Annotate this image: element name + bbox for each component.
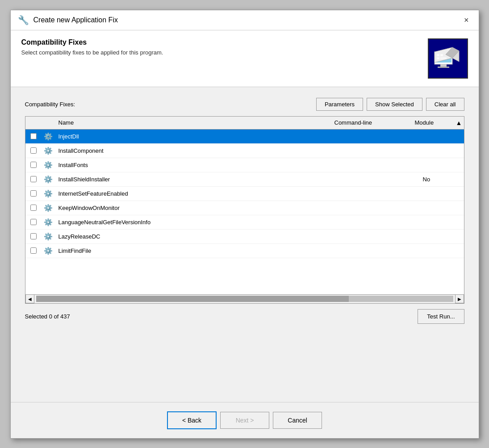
status-row: Selected 0 of 437 Test Run...: [25, 309, 464, 324]
row-name: InternetSetFeatureEnabled: [55, 190, 339, 197]
row-gear-icon: ⚙️: [42, 147, 55, 155]
row-gear-icon: ⚙️: [42, 161, 55, 169]
row-module: No: [419, 176, 464, 183]
table-row[interactable]: ⚙️LazyReleaseDC: [25, 230, 464, 244]
table-row[interactable]: ⚙️InstallComponent: [25, 144, 464, 158]
scroll-thumb[interactable]: [36, 296, 349, 302]
wizard-icon: [432, 43, 464, 74]
row-name: InstallFonts: [55, 162, 339, 168]
header-text: Compatibility Fixes Select compatibility…: [21, 38, 163, 56]
scroll-track[interactable]: [36, 296, 453, 302]
title-icon: 🔧: [18, 15, 29, 25]
table-row[interactable]: ⚙️LanguageNeutralGetFileVersionInfo: [25, 215, 464, 230]
cancel-button[interactable]: Cancel: [273, 412, 322, 429]
row-name: LanguageNeutralGetFileVersionInfo: [55, 219, 339, 226]
row-gear-icon: ⚙️: [42, 204, 55, 212]
next-button[interactable]: Next >: [220, 412, 269, 429]
row-checkbox-cell[interactable]: [25, 205, 42, 211]
header-module-col: Module: [411, 119, 456, 126]
row-checkbox[interactable]: [30, 176, 37, 182]
status-text: Selected 0 of 437: [25, 313, 70, 320]
table-row[interactable]: ⚙️InjectDll: [25, 130, 464, 144]
parameters-button[interactable]: Parameters: [316, 98, 363, 111]
row-gear-icon: ⚙️: [42, 232, 55, 241]
table-row[interactable]: ⚙️KeepWindowOnMonitor: [25, 201, 464, 215]
horiz-scrollbar[interactable]: ◀ ▶: [25, 294, 464, 303]
row-checkbox-cell[interactable]: [25, 190, 42, 197]
row-checkbox-cell[interactable]: [25, 162, 42, 168]
row-name: LazyReleaseDC: [55, 233, 339, 240]
fixes-label: Compatibility Fixes:: [25, 101, 75, 108]
header-image: [428, 38, 468, 79]
row-gear-icon: ⚙️: [42, 175, 55, 184]
page-description: Select compatibility fixes to be applied…: [21, 49, 163, 56]
svg-rect-7: [437, 54, 439, 56]
row-checkbox[interactable]: [30, 247, 37, 254]
row-name: InstallShieldInstaller: [55, 176, 339, 183]
content-section: Compatibility Fixes: Parameters Show Sel…: [11, 87, 479, 402]
row-checkbox[interactable]: [30, 162, 37, 168]
header-cmd-col: Command-line: [331, 119, 411, 126]
scroll-right-button[interactable]: ▶: [455, 294, 464, 303]
svg-rect-8: [440, 54, 443, 56]
dialog-title: Create new Application Fix: [33, 16, 457, 24]
back-button[interactable]: < Back: [167, 411, 217, 429]
row-gear-icon: ⚙️: [42, 247, 55, 255]
table-body: ⚙️InjectDll⚙️InstallComponent⚙️InstallFo…: [25, 130, 464, 294]
table-row[interactable]: ⚙️InstallFonts: [25, 158, 464, 172]
svg-rect-10: [440, 57, 447, 59]
fixes-table: Name Command-line Module ▲ ⚙️InjectDll⚙️…: [25, 116, 464, 304]
row-checkbox[interactable]: [30, 205, 37, 211]
clear-all-button[interactable]: Clear all: [426, 98, 464, 111]
row-checkbox[interactable]: [30, 133, 37, 139]
test-run-button[interactable]: Test Run...: [418, 309, 464, 324]
table-header: Name Command-line Module ▲: [25, 117, 464, 130]
title-bar: 🔧 Create new Application Fix ×: [11, 10, 479, 30]
header-section: Compatibility Fixes Select compatibility…: [11, 30, 479, 87]
footer-section: < Back Next > Cancel: [11, 402, 479, 438]
row-gear-icon: ⚙️: [42, 218, 55, 226]
show-selected-button[interactable]: Show Selected: [367, 98, 422, 111]
row-name: KeepWindowOnMonitor: [55, 205, 339, 211]
header-scroll-col: ▲: [456, 119, 464, 126]
row-checkbox-cell[interactable]: [25, 247, 42, 254]
row-name: LimitFindFile: [55, 247, 339, 254]
dialog: 🔧 Create new Application Fix × Compatibi…: [10, 10, 479, 439]
svg-rect-9: [437, 57, 439, 59]
row-checkbox[interactable]: [30, 219, 37, 225]
svg-rect-3: [438, 67, 449, 68]
page-heading: Compatibility Fixes: [21, 38, 163, 46]
table-row[interactable]: ⚙️InternetSetFeatureEnabled: [25, 187, 464, 201]
table-row[interactable]: ⚙️InstallShieldInstallerNo: [25, 172, 464, 187]
table-row[interactable]: ⚙️LimitFindFile: [25, 244, 464, 258]
scroll-left-button[interactable]: ◀: [25, 294, 34, 303]
row-name: InjectDll: [55, 133, 339, 140]
row-name: InstallComponent: [55, 147, 339, 154]
row-gear-icon: ⚙️: [42, 132, 55, 141]
row-checkbox-cell[interactable]: [25, 147, 42, 154]
toolbar-row: Compatibility Fixes: Parameters Show Sel…: [25, 98, 464, 111]
svg-rect-2: [440, 64, 447, 67]
row-checkbox-cell[interactable]: [25, 176, 42, 182]
close-button[interactable]: ×: [461, 15, 472, 25]
row-gear-icon: ⚙️: [42, 189, 55, 198]
row-checkbox-cell[interactable]: [25, 219, 42, 225]
row-checkbox[interactable]: [30, 233, 37, 239]
row-checkbox[interactable]: [30, 190, 37, 197]
row-checkbox-cell[interactable]: [25, 233, 42, 239]
row-checkbox-cell[interactable]: [25, 133, 42, 139]
row-checkbox[interactable]: [30, 147, 37, 154]
header-name-col: Name: [55, 119, 331, 126]
